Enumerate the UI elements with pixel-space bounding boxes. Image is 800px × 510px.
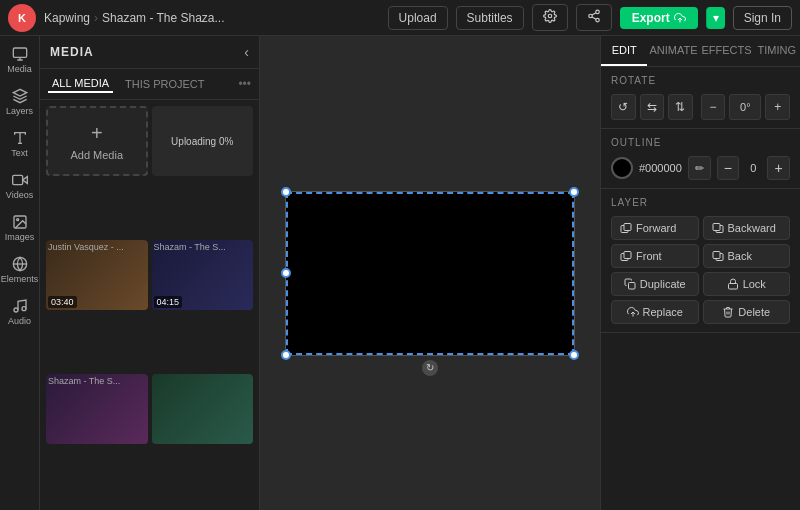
layers-icon (12, 88, 28, 104)
settings-button[interactable] (532, 4, 568, 31)
handle-bottom-right[interactable] (569, 350, 579, 360)
sign-in-button[interactable]: Sign In (733, 6, 792, 30)
canvas[interactable] (285, 191, 575, 356)
svg-point-14 (16, 219, 18, 221)
forward-icon (620, 222, 632, 234)
upload-button[interactable]: Upload (388, 6, 448, 30)
outline-color-swatch[interactable] (611, 157, 633, 179)
handle-top-left[interactable] (281, 187, 291, 197)
tab-timing[interactable]: TIMING (754, 36, 800, 66)
sidebar-label-text: Text (11, 148, 28, 158)
kapwing-logo: K (8, 4, 36, 32)
handle-top-right[interactable] (569, 187, 579, 197)
sidebar-item-text[interactable]: Text (2, 124, 38, 164)
duplicate-icon (624, 278, 636, 290)
handle-bottom-left[interactable] (281, 350, 291, 360)
svg-rect-12 (12, 175, 22, 184)
tab-edit[interactable]: EDIT (601, 36, 647, 66)
elements-icon (12, 256, 28, 272)
sidebar-item-layers[interactable]: Layers (2, 82, 38, 122)
subtitles-button[interactable]: Subtitles (456, 6, 524, 30)
sidebar-item-media[interactable]: Media (2, 40, 38, 80)
outline-plus-button[interactable]: + (767, 156, 790, 180)
backward-label: Backward (728, 222, 776, 234)
add-media-button[interactable]: + Add Media (46, 106, 148, 176)
sidebar-item-videos[interactable]: Videos (2, 166, 38, 206)
outline-minus-button[interactable]: − (717, 156, 740, 180)
sidebar-item-elements[interactable]: Elements (2, 250, 38, 290)
duplicate-button[interactable]: Duplicate (611, 272, 699, 296)
rotate-title: ROTATE (611, 75, 790, 86)
topbar-actions: Upload Subtitles Export ▾ Sign In (388, 4, 792, 31)
export-button[interactable]: Export (620, 7, 698, 29)
media-panel-title: MEDIA (50, 45, 94, 59)
lock-button[interactable]: Lock (703, 272, 791, 296)
outline-color-label: #000000 (639, 162, 682, 174)
outline-section: OUTLINE #000000 ✏ − 0 + (601, 129, 800, 189)
svg-point-18 (22, 307, 26, 311)
forward-button[interactable]: Forward (611, 216, 699, 240)
breadcrumb-sep: › (94, 11, 98, 25)
sidebar-label-videos: Videos (6, 190, 33, 200)
outline-title: OUTLINE (611, 137, 790, 148)
rotate-minus-button[interactable]: − (701, 94, 726, 120)
replace-label: Replace (643, 306, 683, 318)
share-button[interactable] (576, 4, 612, 31)
back-button[interactable]: Back (703, 244, 791, 268)
flip-vertical-button[interactable]: ⇅ (668, 94, 693, 120)
list-item[interactable]: 03:40 Justin Vasquez - ... (46, 240, 148, 370)
list-item[interactable]: Shazam - The S... (46, 374, 148, 504)
upload-label: Uploading 0% (171, 136, 233, 147)
svg-rect-26 (713, 252, 720, 259)
media-panel: MEDIA ‹ ALL MEDIA THIS PROJECT ••• + Add… (40, 36, 260, 510)
project-name: Shazam - The Shaza... (102, 11, 225, 25)
front-button[interactable]: Front (611, 244, 699, 268)
replace-button[interactable]: Replace (611, 300, 699, 324)
delete-button[interactable]: Delete (703, 300, 791, 324)
tab-this-project[interactable]: THIS PROJECT (121, 76, 208, 92)
right-panel: EDIT ANIMATE EFFECTS TIMING ROTATE ↺ ⇆ ⇅… (600, 36, 800, 510)
action-buttons: Duplicate Lock Replace Delete (611, 272, 790, 324)
rotate-handle[interactable]: ↻ (422, 360, 438, 376)
svg-rect-24 (624, 252, 631, 259)
left-sidebar: Media Layers Text Videos Images Elements… (0, 36, 40, 510)
tab-all-media[interactable]: ALL MEDIA (48, 75, 113, 93)
audio-icon (12, 298, 28, 314)
layer-section: LAYER Forward Backward Front Back (601, 189, 800, 333)
flip-horizontal-button[interactable]: ⇆ (640, 94, 665, 120)
svg-point-17 (14, 308, 18, 312)
sidebar-item-images[interactable]: Images (2, 208, 38, 248)
tab-more-options[interactable]: ••• (238, 77, 251, 91)
tab-animate[interactable]: ANIMATE (647, 36, 699, 66)
backward-icon (712, 222, 724, 234)
svg-rect-20 (624, 224, 631, 231)
export-dropdown-button[interactable]: ▾ (706, 7, 725, 29)
svg-rect-27 (628, 283, 635, 290)
tab-effects[interactable]: EFFECTS (699, 36, 753, 66)
media-tabs: ALL MEDIA THIS PROJECT ••• (40, 69, 259, 100)
rotate-ccw-button[interactable]: ↺ (611, 94, 636, 120)
handle-middle-left[interactable] (281, 268, 291, 278)
breadcrumb: Kapwing › Shazam - The Shaza... (44, 11, 225, 25)
list-item[interactable] (152, 374, 254, 504)
list-item[interactable]: 04:15 Shazam - The S... (152, 240, 254, 370)
sidebar-item-audio[interactable]: Audio (2, 292, 38, 332)
share-icon (587, 9, 601, 23)
backward-button[interactable]: Backward (703, 216, 791, 240)
sidebar-label-audio: Audio (8, 316, 31, 326)
sidebar-label-layers: Layers (6, 106, 33, 116)
upload-icon (674, 12, 686, 24)
media-panel-collapse-button[interactable]: ‹ (244, 44, 249, 60)
gear-icon (543, 9, 557, 23)
media-grid: + Add Media Uploading 0% 03:40 Justin Va… (40, 100, 259, 510)
front-icon (620, 250, 632, 262)
videos-icon (12, 172, 28, 188)
canvas-area: ↻ ••• (260, 36, 600, 510)
media-panel-header: MEDIA ‹ (40, 36, 259, 69)
outline-edit-button[interactable]: ✏ (688, 156, 711, 180)
text-icon (12, 130, 28, 146)
forward-label: Forward (636, 222, 676, 234)
brand-name: Kapwing (44, 11, 90, 25)
rotate-input[interactable] (729, 94, 761, 120)
rotate-plus-button[interactable]: + (765, 94, 790, 120)
